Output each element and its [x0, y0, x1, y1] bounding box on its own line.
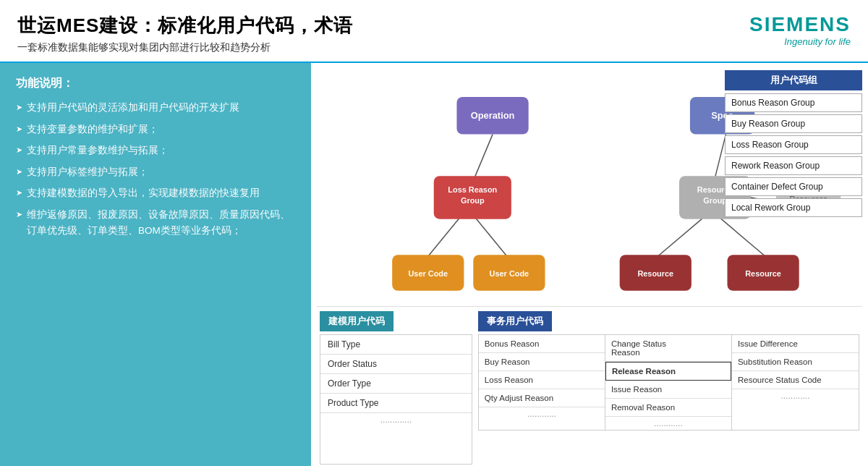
build-item-4: Product Type — [320, 394, 472, 413]
trans-removal-reason: Removal Reason — [605, 399, 731, 417]
trans-header: 事务用户代码 — [478, 311, 552, 331]
feature-item-1: 支持用户代码的灵活添加和用户代码的开发扩展 — [16, 100, 295, 116]
left-panel: 功能说明： 支持用户代码的灵活添加和用户代码的开发扩展 支持变量参数的维护和扩展… — [0, 63, 311, 466]
sidebar-item-local: Local Rework Group — [725, 198, 862, 217]
feature-item-3: 支持用户常量参数维护与拓展； — [16, 143, 295, 158]
trans-col3-ellipsis: ............ — [732, 389, 859, 402]
svg-line-5 — [658, 217, 704, 257]
right-sidebar: 用户代码组 Bonus Reason Group Buy Reason Grou… — [725, 70, 862, 219]
brand-name: SIEMENS — [749, 13, 851, 36]
build-item-2: Order Status — [320, 355, 472, 374]
svg-text:Group: Group — [461, 196, 485, 205]
feature-item-5: 支持建模数据的导入导出，实现建模数据的快速复用 — [16, 185, 295, 201]
trans-qty-adjust: Qty Adjust Reason — [479, 389, 605, 407]
page-title: 世运MES建设：标准化用户代码，术语 — [17, 13, 353, 38]
build-item-ellipsis: ............. — [320, 413, 472, 426]
build-code-section: 建模用户代码 Bill Type Order Status Order Type… — [320, 311, 472, 466]
trans-col-2: Change StatusReason Release Reason Issue… — [605, 335, 732, 430]
build-code-header: 建模用户代码 — [320, 311, 393, 331]
trans-grid: Bonus Reason Buy Reason Loss Reason Qty … — [478, 334, 859, 431]
svg-line-0 — [475, 135, 493, 178]
transaction-section: 事务用户代码 Bonus Reason Buy Reason Loss Reas… — [478, 311, 859, 466]
svg-text:Resource: Resource — [637, 269, 673, 278]
trans-issue-reason: Issue Reason — [605, 381, 731, 399]
svg-text:Resource: Resource — [745, 269, 781, 278]
page-header: 世运MES建设：标准化用户代码，术语 一套标准数据集能够实现对集团内部进行比较和… — [0, 0, 868, 63]
svg-text:User Code: User Code — [490, 269, 529, 278]
feature-item-6: 维护返修原因、报废原因、设备故障原因、质量原因代码、订单优先级、订单类型、BOM… — [16, 207, 295, 238]
trans-issue-difference: Issue Difference — [732, 335, 859, 353]
trans-col-1: Bonus Reason Buy Reason Loss Reason Qty … — [479, 335, 605, 430]
bottom-section: 建模用户代码 Bill Type Order Status Order Type… — [317, 306, 862, 466]
svg-line-3 — [428, 217, 461, 257]
trans-resource-status: Resource Status Code — [732, 371, 859, 389]
siemens-logo: SIEMENS Ingenuity for life — [749, 13, 851, 47]
svg-line-4 — [475, 217, 507, 257]
svg-text:Group: Group — [703, 196, 727, 205]
right-panel: Operation Spec Loss Reason Group Resourc… — [311, 63, 868, 466]
main-content: 功能说明： 支持用户代码的灵活添加和用户代码的开发扩展 支持变量参数的维护和扩展… — [0, 63, 868, 466]
brand-tagline: Ingenuity for life — [749, 36, 851, 47]
svg-text:Loss Reason: Loss Reason — [448, 185, 497, 194]
trans-col1-ellipsis: ............ — [479, 407, 605, 420]
page-subtitle: 一套标准数据集能够实现对集团内部进行比较和趋势分析 — [17, 41, 353, 54]
feature-item-4: 支持用户标签维护与拓展； — [16, 164, 295, 180]
sidebar-item-rework: Rework Reason Group — [725, 156, 862, 175]
svg-text:Operation: Operation — [471, 110, 515, 121]
title-block: 世运MES建设：标准化用户代码，术语 一套标准数据集能够实现对集团内部进行比较和… — [17, 13, 353, 54]
build-item-3: Order Type — [320, 374, 472, 394]
build-item-1: Bill Type — [320, 335, 472, 355]
sidebar-item-bonus: Bonus Reason Group — [725, 93, 862, 112]
trans-loss-reason: Loss Reason — [479, 371, 605, 389]
trans-change-status: Change StatusReason — [605, 335, 731, 362]
sidebar-item-loss: Loss Reason Group — [725, 135, 862, 154]
sidebar-item-buy: Buy Reason Group — [725, 114, 862, 133]
svg-text:User Code: User Code — [408, 269, 448, 278]
feature-list: 支持用户代码的灵活添加和用户代码的开发扩展 支持变量参数的维护和扩展； 支持用户… — [16, 100, 295, 238]
diagram-area: Operation Spec Loss Reason Group Resourc… — [317, 70, 862, 306]
trans-substitution: Substitution Reason — [732, 353, 859, 371]
trans-col2-ellipsis: ............ — [605, 417, 731, 430]
trans-release-reason: Release Reason — [605, 362, 731, 381]
sidebar-title: 用户代码组 — [725, 70, 862, 90]
trans-bonus-reason: Bonus Reason — [479, 335, 605, 353]
trans-col-3: Issue Difference Substitution Reason Res… — [732, 335, 859, 430]
sidebar-item-container: Container Defect Group — [725, 177, 862, 196]
feature-item-2: 支持变量参数的维护和扩展； — [16, 122, 295, 137]
svg-line-6 — [719, 217, 765, 257]
trans-buy-reason: Buy Reason — [479, 353, 605, 371]
left-panel-title: 功能说明： — [16, 76, 295, 91]
build-code-list: Bill Type Order Status Order Type Produc… — [320, 334, 472, 465]
